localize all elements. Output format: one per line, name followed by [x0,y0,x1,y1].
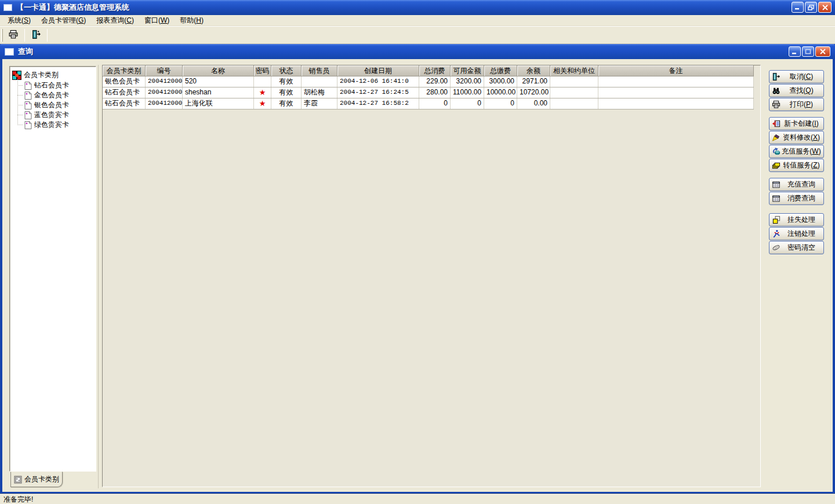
consume-query-button[interactable]: 消费查询 [769,192,824,205]
table-cell[interactable] [550,98,598,109]
new-card-button[interactable]: 新卡创建I [769,117,824,130]
minimize-button[interactable] [792,2,804,13]
tree-item[interactable]: 绿色贵宾卡 [17,120,95,130]
table-cell[interactable]: 上海化联 [183,98,254,109]
table-cell[interactable]: 2004-12-06 16:41:0 [337,76,419,87]
table-cell[interactable]: 胡松梅 [302,87,337,98]
table-cell[interactable]: sheshan [183,87,254,98]
table-cell[interactable] [550,87,598,98]
table-cell[interactable]: 李霞 [302,98,337,109]
tree-item[interactable]: 银色会员卡 [17,100,95,110]
column-header[interactable]: 编号 [146,65,183,76]
table-cell[interactable]: 520 [183,76,254,87]
table-cell[interactable]: 200412000001 [146,76,183,87]
tree-item-label: 金色会员卡 [34,90,69,100]
column-header[interactable]: 相关和约单位 [550,65,598,76]
table-cell[interactable]: 280.00 [419,87,451,98]
table-cell[interactable]: 有效 [271,98,302,109]
column-header[interactable]: 余额 [517,65,550,76]
column-header[interactable]: 状态 [271,65,302,76]
toolbar-separator [47,29,48,42]
close-button[interactable] [818,2,832,13]
menu-window[interactable]: 窗口W [139,15,175,26]
recharge-icon [771,147,781,156]
restore-button[interactable] [805,2,817,13]
table-cell[interactable]: 钻石会员卡 [103,98,146,109]
tree-item[interactable]: 钻石会员卡 [17,81,95,90]
table-cell[interactable] [598,87,754,98]
recharge-service-button[interactable]: 充值服务W [769,145,824,158]
recharge-query-button[interactable]: 充值查询 [769,178,824,191]
menu-report-query[interactable]: 报表查询C [91,15,139,26]
column-header[interactable]: 总消费 [419,65,451,76]
tab-label: 会员卡类别 [24,474,59,484]
transfer-service-button[interactable]: 转值服务Z [769,159,824,172]
table-cell[interactable]: 有效 [271,87,302,98]
grid-icon [771,181,781,189]
table-cell[interactable]: 2004-12-27 16:58:2 [337,98,419,109]
column-header[interactable]: 备注 [598,65,754,76]
table-cell[interactable]: 银色会员卡 [103,76,146,87]
table-cell[interactable] [550,76,598,87]
query-close-button[interactable] [815,46,830,57]
edit-info-button[interactable]: 资料修改X [769,131,824,144]
report-loss-button[interactable]: 挂失处理 [769,213,824,227]
data-grid: 会员卡类别编号名称密码状态销售员创建日期总消费可用金额总缴费余额相关和约单位备注… [102,65,761,487]
tree-item[interactable]: 金色会员卡 [17,90,95,100]
cancel-card-button[interactable]: 注销处理 [769,227,824,240]
column-header[interactable]: 可用金额 [451,65,484,76]
table-cell[interactable]: 229.00 [419,76,451,87]
table-cell[interactable] [598,76,754,87]
table-cell[interactable]: 0 [484,98,517,109]
table-cell[interactable] [598,98,754,109]
tree-root[interactable]: 会员卡类别 [12,70,95,80]
query-maximize-button[interactable] [802,46,814,57]
column-header[interactable]: 密码 [254,65,271,76]
find-button[interactable]: 查找Q [769,84,824,97]
table-row[interactable]: 钻石会员卡200412000002sheshan★有效胡松梅2004-12-27… [103,87,754,98]
cancel-button[interactable]: 取消C [769,70,824,83]
exit-toolbar-button[interactable] [27,28,45,42]
column-header[interactable]: 会员卡类别 [103,65,146,76]
column-header[interactable]: 名称 [183,65,254,76]
app-form-icon [3,4,12,11]
table-cell[interactable]: 2004-12-27 16:24:5 [337,87,419,98]
table-cell[interactable]: 200412000002 [146,87,183,98]
table-cell[interactable]: 3200.00 [451,76,484,87]
card-category-tree: 会员卡类别 钻石会员卡金色会员卡银色会员卡蓝色贵宾卡绿色贵宾卡 [9,66,96,472]
table-cell[interactable] [302,76,337,87]
tree-item[interactable]: 蓝色贵宾卡 [17,110,95,120]
table-cell[interactable]: 200412000003 [146,98,183,109]
table-row[interactable]: 银色会员卡200412000001520有效2004-12-06 16:41:0… [103,76,754,87]
table-cell[interactable]: 2971.00 [517,76,550,87]
menu-system[interactable]: 系统S [2,15,36,26]
edit-icon [771,133,781,142]
toolbar-grip[interactable] [1,29,3,42]
print-toolbar-button[interactable] [5,28,22,42]
table-cell[interactable]: 钻石会员卡 [103,87,146,98]
clear-password-button[interactable]: 密码清空 [769,241,824,254]
table-cell[interactable]: 有效 [271,76,302,87]
table-cell[interactable]: 10720.00 [517,87,550,98]
query-minimize-button[interactable] [789,46,801,57]
column-header[interactable]: 总缴费 [484,65,517,76]
column-header[interactable]: 创建日期 [337,65,419,76]
column-header[interactable]: 销售员 [302,65,337,76]
table-cell[interactable]: 0 [419,98,451,109]
table-body: 银色会员卡200412000001520有效2004-12-06 16:41:0… [103,76,760,109]
table-cell[interactable]: 0 [451,98,484,109]
panel-divider[interactable] [98,65,99,488]
menu-card-management[interactable]: 会员卡管理G [36,15,91,26]
menu-help[interactable]: 帮助H [175,15,209,26]
table-cell[interactable]: 11000.00 [451,87,484,98]
password-star-icon[interactable]: ★ [254,87,271,98]
table-cell[interactable] [254,76,271,87]
table-cell[interactable]: 10000.00 [484,87,517,98]
table-row[interactable]: 钻石会员卡200412000003上海化联★有效李霞2004-12-27 16:… [103,98,754,109]
document-icon [24,92,32,100]
table-cell[interactable]: 3000.00 [484,76,517,87]
tab-card-categories[interactable]: 会员卡类别 [10,472,63,487]
table-cell[interactable]: 0.00 [517,98,550,109]
password-star-icon[interactable]: ★ [254,98,271,109]
print-button[interactable]: 打印P [769,98,824,111]
